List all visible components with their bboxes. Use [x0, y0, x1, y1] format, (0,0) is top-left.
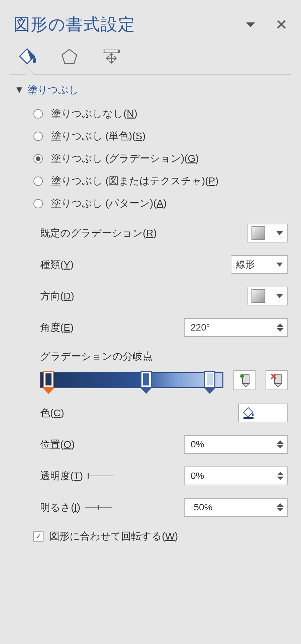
chevron-down-icon	[276, 231, 283, 235]
section-fill-title: 塗りつぶし	[27, 83, 79, 97]
spin-up-icon[interactable]	[277, 440, 284, 444]
radio-label: 塗りつぶしなし(N)	[51, 107, 137, 121]
direction-dropdown[interactable]	[247, 287, 288, 305]
radio-icon	[33, 109, 43, 119]
gradient-stops-slider[interactable]	[40, 372, 223, 388]
spin-down-icon[interactable]	[277, 445, 284, 448]
close-button[interactable]: ✕	[275, 17, 288, 32]
chevron-down-icon	[276, 263, 283, 267]
svg-rect-9	[243, 417, 254, 419]
radio-label: 塗りつぶし (図またはテクスチャ)(P)	[51, 174, 218, 188]
radio-fill-none[interactable]: 塗りつぶしなし(N)	[33, 107, 288, 121]
gradient-stops-label: グラデーションの分岐点	[40, 350, 288, 363]
radio-fill-picture[interactable]: 塗りつぶし (図またはテクスチャ)(P)	[33, 174, 288, 188]
rotate-with-shape-checkbox[interactable]: ✓ 図形に合わせて回転する(W)	[13, 529, 288, 543]
radio-fill-solid[interactable]: 塗りつぶし (単色)(S)	[33, 129, 288, 143]
panel-title: 図形の書式設定	[13, 13, 135, 36]
svg-rect-0	[103, 50, 120, 53]
radio-fill-pattern[interactable]: 塗りつぶし (パターン)(A)	[33, 197, 288, 210]
spin-up-icon[interactable]	[277, 472, 284, 475]
color-dropdown[interactable]	[238, 404, 288, 422]
direction-label: 方向(D)	[40, 289, 74, 303]
brightness-value: -50%	[185, 502, 277, 513]
remove-stop-button[interactable]	[266, 370, 288, 390]
radio-label: 塗りつぶし (グラデーション)(G)	[51, 152, 199, 165]
section-fill-toggle[interactable]: ▶ 塗りつぶし	[13, 83, 288, 97]
spin-up-icon[interactable]	[277, 503, 284, 507]
add-stop-icon	[238, 373, 251, 387]
paint-bucket-icon	[18, 47, 38, 67]
gradient-swatch-icon	[252, 226, 265, 240]
pentagon-icon	[60, 48, 79, 66]
collapse-triangle-icon: ▶	[15, 87, 24, 93]
add-stop-button[interactable]	[233, 370, 256, 390]
fill-color-icon	[243, 407, 255, 419]
type-label: 種類(Y)	[40, 258, 74, 272]
radio-fill-gradient[interactable]: 塗りつぶし (グラデーション)(G)	[33, 152, 288, 165]
angle-spinner[interactable]: 220°	[184, 318, 288, 337]
remove-stop-icon	[270, 373, 283, 387]
checkbox-icon: ✓	[33, 531, 43, 542]
position-value: 0%	[185, 439, 277, 450]
color-label: 色(C)	[40, 406, 64, 420]
radio-label: 塗りつぶし (パターン)(A)	[51, 197, 167, 210]
spin-down-icon[interactable]	[277, 477, 284, 480]
gradient-swatch-icon	[252, 289, 265, 303]
panel-options-dropdown[interactable]	[246, 22, 255, 27]
radio-icon	[33, 176, 43, 186]
position-spinner[interactable]: 0%	[184, 435, 288, 454]
radio-icon	[33, 132, 43, 141]
gradient-stop[interactable]	[140, 371, 152, 395]
transparency-spinner[interactable]: 0%	[184, 467, 288, 485]
preset-gradient-dropdown[interactable]	[247, 224, 288, 242]
radio-label: 塗りつぶし (単色)(S)	[51, 129, 145, 143]
type-value: 線形	[231, 258, 260, 271]
brightness-spinner[interactable]: -50%	[184, 498, 288, 517]
tab-fill-line[interactable]	[17, 46, 38, 68]
size-icon	[101, 48, 121, 66]
spin-up-icon[interactable]	[277, 324, 284, 327]
transparency-value: 0%	[185, 471, 277, 481]
transparency-slider[interactable]	[88, 476, 114, 476]
brightness-slider[interactable]	[85, 507, 112, 508]
preset-gradient-label: 既定のグラデーション(R)	[40, 226, 157, 240]
rotate-label: 図形に合わせて回転する(W)	[49, 529, 178, 543]
category-tabs	[10, 46, 291, 75]
spin-down-icon[interactable]	[277, 508, 284, 511]
radio-icon	[33, 154, 43, 163]
tab-effects[interactable]	[59, 46, 80, 68]
radio-icon	[33, 199, 43, 208]
position-label: 位置(O)	[40, 438, 75, 451]
chevron-down-icon	[276, 294, 283, 298]
brightness-label: 明るさ(I)	[40, 501, 80, 514]
angle-label: 角度(E)	[40, 321, 74, 335]
tab-size[interactable]	[100, 46, 122, 68]
transparency-label: 透明度(T)	[40, 469, 83, 483]
gradient-stop[interactable]	[204, 371, 215, 395]
angle-value: 220°	[185, 322, 277, 333]
type-dropdown[interactable]: 線形	[231, 255, 288, 274]
gradient-stop[interactable]	[43, 371, 54, 395]
spin-down-icon[interactable]	[277, 328, 284, 332]
